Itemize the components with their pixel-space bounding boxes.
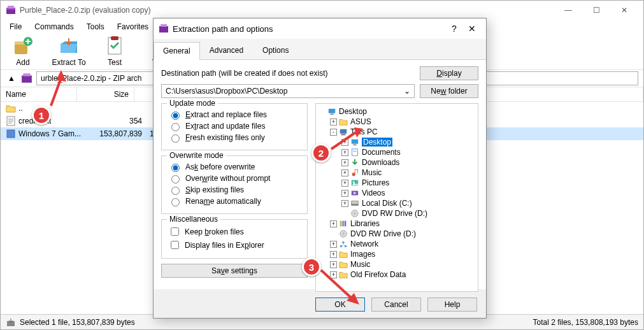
svg-line-47 — [321, 270, 353, 299]
svg-point-34 — [354, 213, 356, 215]
expand-icon[interactable]: + — [330, 261, 337, 268]
minimize-button[interactable]: — — [554, 1, 582, 19]
down-icon — [350, 158, 360, 167]
tree-label: Documents — [362, 148, 401, 157]
tree-node[interactable]: +Pictures — [317, 178, 476, 188]
dvd-icon — [350, 209, 360, 218]
update-mode-title: Update mode — [167, 99, 218, 108]
tree-node[interactable]: Desktop — [317, 106, 476, 117]
svg-marker-46 — [354, 127, 363, 138]
dialog-help-button[interactable]: ? — [445, 24, 463, 34]
check-keep-broken[interactable]: Keep broken files — [168, 225, 301, 238]
tree-node[interactable]: +Videos — [317, 188, 476, 198]
tab-options[interactable]: Options — [253, 41, 298, 59]
save-settings-button[interactable]: Save settings — [161, 264, 308, 278]
tool-add[interactable]: Add — [6, 36, 40, 67]
folder-icon — [6, 103, 16, 113]
tree-node[interactable]: +Libraries — [317, 219, 476, 229]
svg-rect-37 — [345, 221, 347, 227]
expand-icon[interactable]: + — [330, 251, 337, 258]
callout-2: 2 — [311, 143, 331, 162]
expand-icon[interactable]: + — [341, 169, 348, 176]
tree-label: Desktop — [339, 107, 367, 116]
dest-path-combo[interactable]: C:\Users\asus\Dropbox\PC\Desktop ⌄ — [161, 84, 415, 98]
winrar-icon — [159, 24, 169, 34]
menu-favorites[interactable]: Favorites — [112, 21, 154, 32]
window-title: Purble_Place-2.0.zip (evaluation copy) — [20, 6, 554, 15]
update-mode-group: Update mode Extract and replace files Ex… — [161, 103, 308, 150]
expand-icon[interactable]: + — [330, 220, 337, 227]
lib-icon — [338, 219, 348, 228]
tree-node[interactable]: +Images — [317, 249, 476, 259]
tab-advanced[interactable]: Advanced — [200, 41, 253, 59]
dialog-close-button[interactable]: ✕ — [463, 24, 481, 34]
music-icon — [350, 168, 360, 177]
status-icon — [6, 317, 16, 327]
radio-overwrite-noprompt[interactable]: Overwrite without prompt — [168, 173, 301, 184]
tree-label: Libraries — [350, 219, 380, 228]
svg-point-39 — [343, 233, 345, 235]
svg-rect-32 — [352, 204, 359, 206]
tree-label: Local Disk (C:) — [362, 199, 412, 208]
tool-extract-to[interactable]: Extract To — [52, 36, 86, 67]
desktop-icon — [327, 107, 337, 116]
svg-line-43 — [51, 78, 61, 106]
folder-icon — [338, 250, 348, 259]
folder-icon — [338, 117, 348, 126]
arrow-1 — [42, 70, 68, 108]
radio-rename-auto[interactable]: Rename automatically — [168, 196, 301, 207]
expand-icon[interactable]: + — [330, 241, 337, 248]
tree-label: Images — [350, 250, 375, 259]
tool-add-label: Add — [16, 58, 29, 67]
vid-icon — [350, 189, 360, 197]
expand-icon[interactable]: + — [330, 118, 337, 126]
expand-icon[interactable]: + — [341, 159, 348, 166]
svg-point-28 — [353, 182, 355, 183]
radio-extract-update[interactable]: Extract and update files — [168, 120, 301, 132]
svg-rect-14 — [7, 130, 15, 138]
display-button[interactable]: Display — [420, 66, 478, 80]
tree-node[interactable]: +Music — [317, 168, 476, 178]
radio-extract-replace[interactable]: Extract and replace files — [168, 109, 301, 120]
new-folder-button[interactable]: New folder — [420, 84, 478, 98]
expand-icon[interactable]: + — [341, 180, 348, 187]
tree-node[interactable]: DVD RW Drive (D:) — [317, 208, 476, 219]
menu-tools[interactable]: Tools — [82, 21, 110, 32]
tree-node[interactable]: +Network — [317, 239, 476, 249]
tool-test[interactable]: Test — [97, 36, 132, 67]
svg-rect-16 — [159, 26, 168, 32]
extract-icon — [59, 36, 79, 57]
chevron-down-icon: ⌄ — [404, 87, 410, 96]
tab-general[interactable]: General — [154, 42, 200, 60]
check-display-explorer[interactable]: Display files in Explorer — [168, 238, 301, 252]
nav-up-button[interactable]: ▲ — [6, 73, 17, 84]
svg-rect-15 — [7, 321, 15, 326]
misc-group: Miscellaneous Keep broken files Display … — [161, 219, 308, 259]
tree-node[interactable]: +Local Disk (C:) — [317, 198, 476, 208]
tree-label: Pictures — [362, 178, 389, 187]
col-size[interactable]: Size — [77, 87, 134, 101]
maximize-button[interactable]: ☐ — [582, 1, 610, 19]
cancel-button[interactable]: Cancel — [371, 298, 421, 312]
radio-ask-before[interactable]: Ask before overwrite — [168, 161, 301, 173]
help-button[interactable]: Help — [427, 298, 477, 312]
menu-file[interactable]: File — [4, 21, 27, 32]
misc-title: Miscellaneous — [167, 215, 220, 224]
expand-icon[interactable]: + — [341, 200, 348, 207]
callout-3: 3 — [302, 257, 321, 276]
radio-fresh-only[interactable]: Fresh existing files only — [168, 132, 301, 143]
svg-rect-18 — [329, 109, 336, 113]
menu-commands[interactable]: Commands — [29, 21, 78, 32]
callout-1: 1 — [32, 106, 51, 125]
tree-node[interactable]: DVD RW Drive (D:) — [317, 229, 476, 239]
radio-skip-existing[interactable]: Skip existing files — [168, 184, 301, 196]
tree-node[interactable]: +Downloads — [317, 157, 476, 168]
dest-label: Destination path (will be created if doe… — [161, 69, 415, 78]
svg-rect-19 — [330, 114, 333, 115]
tree-node[interactable]: +ASUS — [317, 117, 476, 127]
expand-icon[interactable]: + — [341, 190, 348, 197]
tool-test-label: Test — [108, 58, 122, 67]
close-button[interactable]: ✕ — [610, 1, 638, 19]
test-icon — [104, 36, 125, 57]
tree-label: Network — [350, 240, 378, 248]
